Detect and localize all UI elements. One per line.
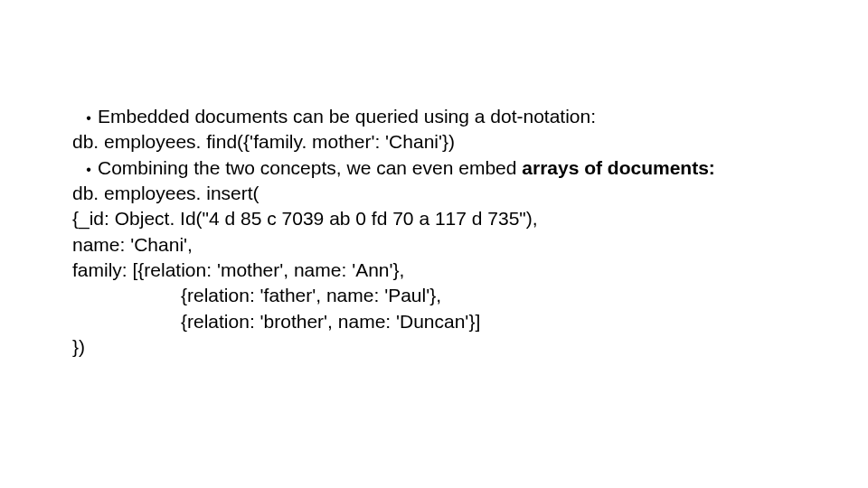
bullet-icon: • xyxy=(80,108,98,128)
bullet-icon: • xyxy=(80,160,98,180)
bullet-item-1: • Embedded documents can be queried usin… xyxy=(72,104,796,129)
code-line-1: db. employees. find({'family. mother': '… xyxy=(72,129,796,155)
bullet-text-2-bold: arrays of documents: xyxy=(522,157,715,178)
bullet-text-2-pre: Combining the two concepts, we can even … xyxy=(98,157,522,178)
bullet-text-2: Combining the two concepts, we can even … xyxy=(98,155,715,181)
slide-content: • Embedded documents can be queried usin… xyxy=(72,104,796,360)
code-line-7: {relation: 'brother', name: 'Duncan'}] xyxy=(72,309,796,334)
code-line-4: name: 'Chani', xyxy=(72,232,796,258)
code-line-6: {relation: 'father', name: 'Paul'}, xyxy=(72,283,796,308)
bullet-text-1: Embedded documents can be queried using … xyxy=(98,104,596,129)
code-line-5: family: [{relation: 'mother', name: 'Ann… xyxy=(72,258,796,283)
code-line-3: {_id: Object. Id("4 d 85 c 7039 ab 0 fd … xyxy=(72,206,796,231)
bullet-item-2: • Combining the two concepts, we can eve… xyxy=(72,155,796,181)
code-line-2: db. employees. insert( xyxy=(72,181,796,206)
code-line-8: }) xyxy=(72,334,796,360)
